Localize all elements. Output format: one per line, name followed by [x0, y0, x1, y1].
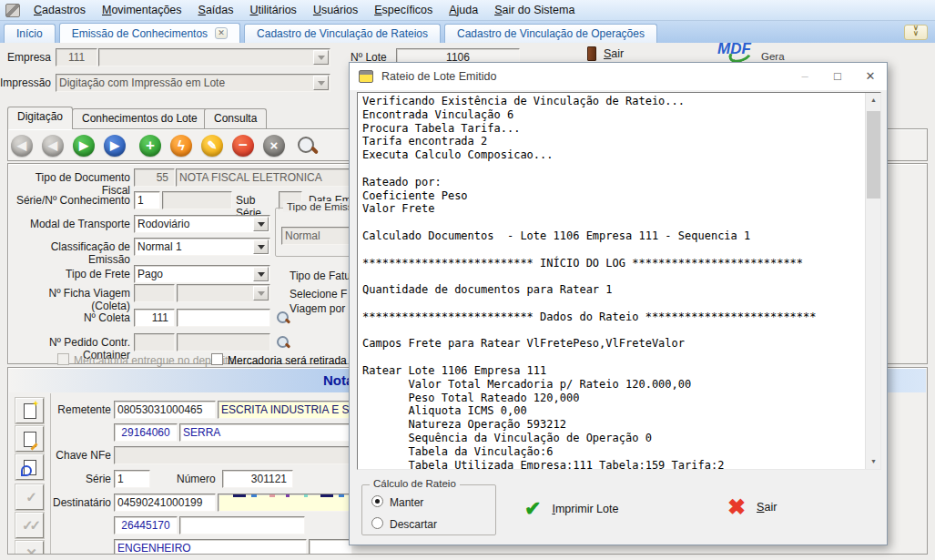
impressao-combobox: Digitação com Impressão em Lote — [56, 74, 330, 92]
destinatario-bairro-field[interactable] — [179, 516, 305, 535]
modal-transporte-select[interactable]: Rodoviário — [134, 215, 270, 233]
menu-utilitarios[interactable]: Utilitários — [241, 1, 304, 19]
destinatario-cidade-field[interactable]: ENGENHEIRO — [114, 539, 307, 555]
scroll-up-icon[interactable]: ▲ — [866, 93, 881, 107]
next-record-button[interactable]: ▶ — [73, 135, 95, 157]
menu-movimentacoes[interactable]: Movimentações — [94, 1, 190, 19]
tipo-documento-codigo-field: 55 — [134, 168, 175, 187]
x-icon: × — [270, 137, 279, 153]
numero-conhecimento-field — [162, 191, 232, 209]
rateio-log-area[interactable]: Verificando Existência de Vinculação de … — [357, 92, 881, 470]
nota-numero-field[interactable]: 301121 — [222, 470, 293, 488]
serie-conhecimento-field[interactable]: 1 — [134, 191, 160, 209]
x-icon: ✕ — [25, 545, 34, 555]
scroll-down-icon[interactable]: ▼ — [866, 454, 881, 469]
dialog-icon — [359, 70, 373, 83]
scrollbar-thumb[interactable] — [867, 111, 880, 199]
coleta-numero-field[interactable] — [177, 309, 270, 327]
door-icon — [587, 46, 596, 61]
tipo-frete-select[interactable]: Pago — [134, 265, 270, 283]
tab-emissao-de-conhecimentos[interactable]: Emissão de Conhecimentos ✕ — [59, 23, 240, 43]
menu-ajuda[interactable]: Ajuda — [441, 1, 486, 19]
classificacao-emissao-select[interactable]: Normal 1 — [134, 238, 270, 256]
sair-top-button[interactable]: Sair — [587, 46, 624, 61]
descartar-radio[interactable] — [371, 517, 383, 529]
remetente-cep-field[interactable]: 29164060 — [114, 423, 178, 442]
subtab-conhecimentos-do-lote[interactable]: Conhecimentos do Lote — [72, 108, 208, 128]
mercadoria-retirada-checkbox[interactable] — [211, 353, 223, 365]
coleta-search-button[interactable] — [277, 311, 289, 323]
tipo-frete-label: Tipo de Frete — [7, 268, 130, 280]
edit-nota-button[interactable] — [15, 426, 44, 452]
delete-record-button[interactable]: − — [232, 135, 254, 157]
cancel-record-button[interactable]: × — [263, 135, 285, 157]
dropdown-button[interactable] — [253, 239, 269, 254]
destinatario-cep-field[interactable]: 26445170 — [114, 516, 178, 535]
add-icon: + — [146, 137, 155, 154]
edit-record-button[interactable]: ✎ — [201, 135, 223, 157]
subtab-consulta[interactable]: Consulta — [204, 108, 267, 128]
tab-cadastro-vinculacao-rateios[interactable]: Cadastro de Vinculação de Rateios — [244, 24, 441, 43]
minimize-icon[interactable]: – — [788, 63, 821, 90]
menu-usuarios[interactable]: Usuários — [305, 1, 366, 19]
tipo-documento-label: Tipo de Documento Fiscal — [7, 171, 130, 197]
maximize-icon[interactable]: □ — [821, 63, 854, 90]
minus-icon: − — [239, 137, 248, 154]
close-icon[interactable]: ✕ — [854, 63, 887, 90]
edit-document-icon — [24, 432, 36, 447]
first-record-button[interactable]: ◀ — [11, 135, 33, 157]
impressao-label: Impressão — [0, 76, 51, 89]
destinatario-documento-field[interactable]: 04590241000199 — [114, 494, 216, 512]
confirm-all-notas-button[interactable]: ✓✓ — [15, 513, 44, 538]
search-record-button[interactable] — [298, 137, 318, 157]
manter-radio[interactable] — [371, 495, 383, 507]
coleta-codigo-field[interactable]: 111 — [134, 309, 175, 327]
cancel-nota-button[interactable]: ✕ — [15, 541, 44, 555]
first-record-icon: ◀ — [17, 138, 26, 152]
dialog-title: Rateio de Lote Emitido — [381, 70, 788, 83]
sair-dialog-label: Sair — [757, 501, 777, 514]
tab-cadastro-vinculacao-operacoes[interactable]: Cadastro de Vinculação de Operações — [444, 24, 657, 43]
subtab-digitacao[interactable]: Digitação — [7, 107, 73, 129]
dropdown-button — [253, 286, 269, 300]
lightning-icon: ϟ — [178, 137, 185, 153]
tab-overflow-button[interactable]: ∨ ∨ — [904, 25, 928, 40]
x-icon: ✖ — [727, 498, 746, 516]
log-scrollbar[interactable]: ▲ ▼ — [865, 93, 880, 469]
close-tab-icon[interactable]: ✕ — [215, 27, 228, 39]
menu-sair-do-sistema[interactable]: Sair do Sistema — [486, 1, 583, 19]
chave-nfe-label: Chave NFe — [8, 449, 111, 462]
mercadoria-deposito-checkbox[interactable] — [57, 353, 69, 365]
imprimir-lote-button[interactable]: ✔ Imprimir Lote — [524, 500, 618, 518]
previous-record-icon: ◀ — [48, 138, 57, 152]
serie-conhecimento-label: Série/Nº Conhecimento — [7, 194, 130, 207]
menu-especificos[interactable]: Específicos — [366, 1, 441, 19]
process-record-button[interactable]: ϟ — [170, 135, 192, 157]
dropdown-button — [313, 76, 329, 90]
last-record-button[interactable]: ▶ — [104, 135, 126, 157]
menu-saidas[interactable]: Saídas — [190, 1, 242, 19]
dropdown-button — [313, 50, 329, 65]
add-record-button[interactable]: + — [139, 135, 161, 157]
previous-record-button[interactable]: ◀ — [42, 135, 64, 157]
rateio-log-text: Verificando Existência de Vinculação de … — [358, 93, 880, 470]
pedido-search-button[interactable] — [277, 336, 289, 348]
sair-dialog-button[interactable]: ✖ Sair — [727, 498, 777, 516]
menu-cadastros[interactable]: Cadastros — [25, 1, 94, 19]
pedido-numero-field — [177, 333, 270, 351]
remetente-documento-field[interactable]: 08053031000465 — [114, 401, 216, 419]
tab-label: Cadastro de Vinculação de Rateios — [257, 27, 428, 40]
remetente-label: Remetente — [8, 403, 111, 416]
tab-label: Emissão de Conhecimentos — [72, 27, 208, 40]
sair-top-label: Sair — [604, 47, 624, 60]
empresa-name-combobox — [98, 48, 330, 66]
nota-serie-field[interactable]: 1 — [114, 470, 150, 488]
manter-label: Manter — [390, 496, 453, 509]
dropdown-button[interactable] — [253, 217, 269, 231]
dropdown-button[interactable] — [253, 267, 269, 281]
empresa-label: Empresa — [0, 51, 51, 64]
dialog-title-bar[interactable]: Rateio de Lote Emitido – □ ✕ — [350, 63, 887, 90]
tab-inicio[interactable]: Início — [4, 24, 56, 43]
coleta-label: Nº Coleta — [7, 311, 130, 324]
destinatario-uf-field[interactable] — [309, 539, 352, 555]
